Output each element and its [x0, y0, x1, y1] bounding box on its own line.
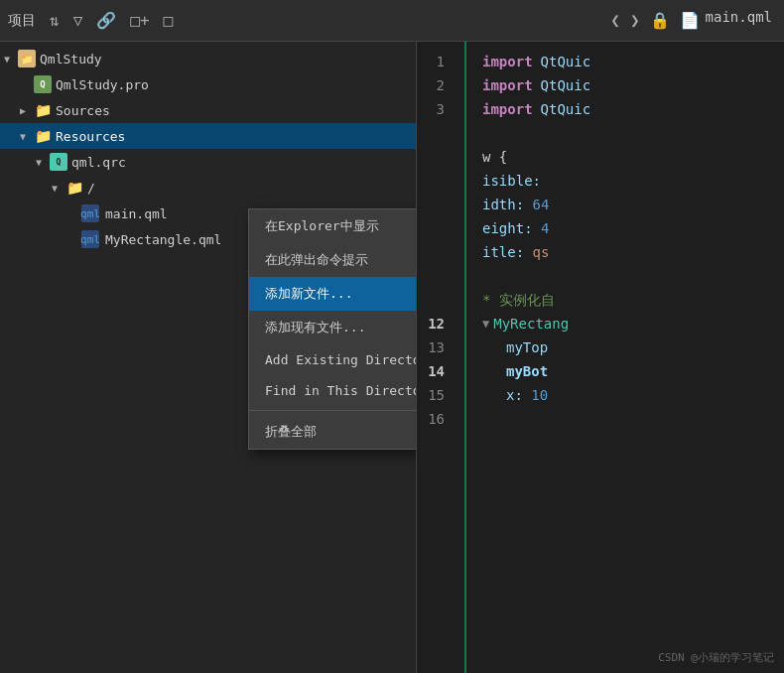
watermark: CSDN @小瑞的学习笔记 — [658, 650, 774, 665]
prop-x: x: 10 — [482, 383, 548, 407]
code-line-11: * 实例化自 — [482, 288, 784, 312]
ln-blank3 — [417, 169, 453, 193]
import-kw-3: import — [482, 97, 533, 121]
fold-icon-12[interactable]: ▼ — [482, 312, 489, 336]
pro-icon: Q — [34, 75, 52, 93]
toolbar: 项目 ⇅ ▽ 🔗 □+ □ ❮ ❯ 🔒 📄 main.qml — [0, 0, 784, 42]
ln-blank2 — [417, 145, 453, 169]
resources-label: Resources — [56, 129, 125, 144]
code-line-10 — [482, 264, 784, 288]
class-myrect: MyRectang — [493, 312, 569, 336]
sources-label: Sources — [56, 103, 110, 118]
code-editor: 1 2 3 12 13 14 15 16 import QtQuic impor… — [417, 42, 784, 673]
code-line-12: ▼ MyRectang — [482, 312, 784, 336]
ln-15: 15 — [417, 383, 453, 407]
code-line-5: w { — [482, 145, 784, 169]
project-label: 项目 — [8, 12, 36, 30]
collapse-icon[interactable]: □ — [160, 9, 178, 32]
code-line-6: isible: — [482, 169, 784, 193]
prop-width: idth: 64 — [482, 193, 549, 216]
main-qml-icon: qml — [81, 204, 99, 222]
root-arrow — [4, 54, 18, 65]
prop-visible: isible: — [482, 169, 541, 193]
sort-icon[interactable]: ⇅ — [46, 9, 64, 32]
tree-item-qrc[interactable]: Q qml.qrc — [0, 149, 416, 175]
line-numbers: 1 2 3 12 13 14 15 16 — [417, 42, 466, 673]
import-kw-1: import — [482, 50, 533, 73]
main-qml-label: main.qml — [105, 206, 168, 221]
code-line-15: x: 10 — [482, 383, 784, 407]
ln-blank7 — [417, 264, 453, 288]
prop-mytop: myTop — [482, 336, 548, 359]
myrect-label: MyRectangle.qml — [105, 232, 221, 247]
comment-line: * 实例化自 — [482, 288, 555, 312]
tree-item-resources[interactable]: 📁 Resources — [0, 123, 416, 149]
nav-forward-icon[interactable]: ❯ — [626, 9, 644, 32]
ctx-add-existing-dir[interactable]: Add Existing Directory... — [249, 344, 417, 375]
qrc-arrow — [36, 157, 50, 168]
window-open: w { — [482, 145, 507, 169]
ctx-show-explorer[interactable]: 在Explorer中显示 — [249, 209, 417, 243]
myrect-icon: qml — [81, 230, 99, 248]
lock-icon: 🔒 — [646, 9, 674, 32]
resources-arrow — [20, 131, 34, 142]
ctx-collapse-all[interactable]: 折叠全部 — [249, 415, 417, 449]
code-content[interactable]: import QtQuic import QtQuic import QtQui… — [466, 42, 784, 673]
ctx-add-existing-file[interactable]: 添加现有文件... — [249, 311, 417, 344]
slash-folder-icon: 📁 — [65, 179, 83, 197]
filter-icon[interactable]: ▽ — [69, 9, 87, 32]
ln-blank5 — [417, 216, 453, 240]
qt-1: QtQuic — [541, 50, 591, 73]
pro-label: QmlStudy.pro — [56, 77, 149, 92]
tree-item-pro[interactable]: Q QmlStudy.pro — [0, 71, 416, 97]
import-kw-2: import — [482, 73, 533, 97]
context-menu: 在Explorer中显示 在此弹出命令提示 添加新文件... 添加现有文件...… — [248, 208, 417, 450]
nav-buttons: ❮ ❯ 🔒 📄 main.qml — [606, 9, 776, 32]
ctx-cmd-prompt[interactable]: 在此弹出命令提示 — [249, 243, 417, 277]
resources-folder-icon: 📁 — [34, 127, 52, 145]
ln-14: 14 — [417, 359, 453, 383]
tree-item-slash[interactable]: 📁 / — [0, 175, 416, 201]
add-file-icon[interactable]: □+ — [126, 9, 153, 32]
qrc-label: qml.qrc — [71, 155, 126, 170]
sidebar: 📁 QmlStudy Q QmlStudy.pro 📁 Sources 📁 Re… — [0, 42, 417, 673]
ln-blank1 — [417, 121, 453, 145]
prop-title: itle: qs — [482, 240, 549, 264]
ctx-separator — [249, 410, 417, 411]
sources-arrow — [20, 105, 34, 116]
tab-title: main.qml — [706, 9, 772, 32]
code-line-13: myTop — [482, 336, 784, 359]
nav-back-icon[interactable]: ❮ — [606, 9, 624, 32]
code-line-16 — [482, 407, 784, 431]
ln-13: 13 — [417, 336, 453, 359]
qt-2: QtQuic — [541, 73, 591, 97]
code-line-9: itle: qs — [482, 240, 784, 264]
ln-blank8 — [417, 288, 453, 312]
ctx-add-new-file[interactable]: 添加新文件... — [249, 277, 417, 311]
prop-mybot: myBot — [482, 359, 548, 383]
qrc-icon: Q — [50, 153, 67, 171]
code-line-1: import QtQuic — [482, 50, 784, 73]
root-folder-icon: 📁 — [18, 50, 36, 67]
ln-blank6 — [417, 240, 453, 264]
link-icon[interactable]: 🔗 — [92, 9, 120, 32]
prop-height: eight: 4 — [482, 216, 549, 240]
ln-blank4 — [417, 193, 453, 216]
ln-16: 16 — [417, 407, 453, 431]
ctx-find-in-dir[interactable]: Find in This Directory... — [249, 375, 417, 406]
tree-item-root[interactable]: 📁 QmlStudy — [0, 46, 416, 71]
tree-item-sources[interactable]: 📁 Sources — [0, 97, 416, 123]
code-line-2: import QtQuic — [482, 73, 784, 97]
file-indicator-icon: 📄 — [676, 9, 704, 32]
code-line-14: myBot — [482, 359, 784, 383]
ln-3: 3 — [417, 97, 453, 121]
root-label: QmlStudy — [40, 52, 102, 67]
ln-12: 12 — [417, 312, 453, 336]
code-line-4 — [482, 121, 784, 145]
qt-3: QtQuic — [541, 97, 591, 121]
ln-1: 1 — [417, 50, 453, 73]
sources-folder-icon: 📁 — [34, 101, 52, 119]
code-line-3: import QtQuic — [482, 97, 784, 121]
slash-arrow — [52, 183, 65, 194]
ln-2: 2 — [417, 73, 453, 97]
